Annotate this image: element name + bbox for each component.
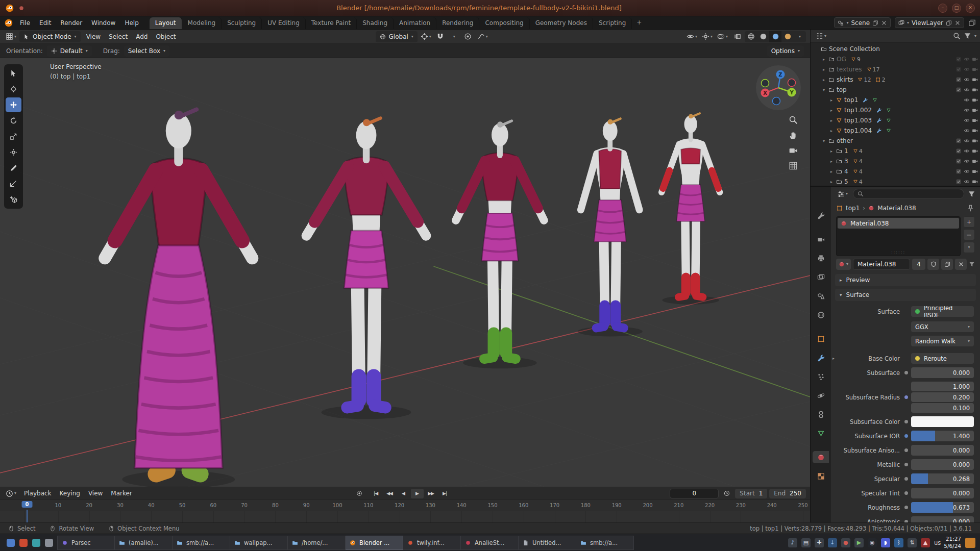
tab-shading[interactable]: Shading (357, 17, 394, 29)
menu-window[interactable]: Window (87, 18, 120, 28)
camera-icon[interactable] (972, 138, 978, 144)
color-swatch[interactable] (911, 416, 974, 427)
properties-tab-object[interactable] (813, 333, 829, 345)
outliner-row-top1-004[interactable]: ▸top1.004 (811, 126, 980, 136)
tab-uv-editing[interactable]: UV Editing (262, 17, 306, 29)
properties-tab-data[interactable] (813, 427, 829, 439)
outliner-row-top1[interactable]: ▸top1 (811, 95, 980, 105)
expand-property-icon[interactable]: ▸ (832, 356, 835, 361)
outliner-row-skirts[interactable]: ▸skirts122 (811, 74, 980, 85)
material-slot-row[interactable]: Material.038 (838, 218, 959, 229)
menu-render[interactable]: Render (56, 18, 87, 28)
transform-tool[interactable] (6, 145, 21, 160)
material-users-button[interactable]: 4 (912, 259, 925, 270)
remove-slot-button[interactable]: − (963, 229, 975, 240)
playhead-line[interactable] (27, 510, 28, 522)
window-titlebar[interactable]: Blender [/home/amalie/Downloads/rpm/femi… (0, 0, 980, 16)
auto-keying-button[interactable] (353, 488, 365, 499)
playhead-frame-badge[interactable]: 0 (22, 501, 33, 508)
properties-tab-physics[interactable] (813, 389, 829, 402)
property-slider[interactable]: 0.000 (911, 367, 974, 378)
timeline-ruler[interactable]: 0102030405060708090100110120130140150160… (0, 499, 810, 511)
viewport-menu-view[interactable]: View (82, 32, 105, 42)
taskbar-window-1[interactable]: (amalie)... (115, 536, 173, 550)
drag-setting-dropdown[interactable]: Select Box ▾ (124, 45, 169, 57)
add-workspace-button[interactable]: + (632, 17, 646, 29)
camera-icon[interactable] (972, 158, 978, 164)
shading-material-button[interactable] (769, 31, 781, 42)
properties-tab-constraints[interactable] (813, 408, 829, 420)
vector-slider-2[interactable]: 0.100 (911, 403, 974, 413)
properties-tab-material[interactable] (813, 451, 829, 463)
xray-toggle-button[interactable] (731, 31, 743, 42)
disclosure-closed-icon[interactable]: ▸ (829, 180, 834, 184)
gizmos-dropdown-button[interactable]: ▾ (700, 31, 714, 42)
gizmo-neg-x-axis[interactable] (788, 79, 796, 87)
clipboard-tray-icon[interactable]: ▤ (801, 538, 811, 547)
outliner-row-other[interactable]: ▾other (811, 136, 980, 146)
properties-tab-world[interactable] (813, 309, 829, 321)
play-reverse-button[interactable]: ◀ (397, 489, 410, 498)
visibility-dropdown-button[interactable]: ▾ (685, 31, 699, 42)
property-slider[interactable]: 0.000 (911, 445, 974, 456)
disclosure-closed-icon[interactable]: ▸ (829, 149, 834, 154)
eye-icon[interactable] (964, 66, 970, 72)
viewlayer-remove-icon[interactable] (954, 20, 961, 26)
menu-file[interactable]: File (15, 18, 35, 28)
scene-copy-icon[interactable] (872, 20, 878, 26)
pan-hand-icon[interactable] (789, 131, 798, 140)
animate-decorator-dot[interactable] (904, 477, 908, 481)
prev-keyframe-button[interactable]: ◀◀ (383, 489, 396, 498)
taskbar-window-5[interactable]: Blender ... (346, 536, 403, 550)
mannequin-figure-3[interactable] (456, 121, 544, 368)
outliner-row-top1-002[interactable]: ▸top1.002 (811, 105, 980, 115)
properties-tab-render[interactable] (813, 233, 829, 245)
current-frame-field[interactable]: 0 (670, 489, 719, 498)
breadcrumb-material[interactable]: Material.038 (877, 205, 916, 212)
outliner-row-top[interactable]: ▾top (811, 85, 980, 95)
duplicate-material-button[interactable] (941, 259, 953, 270)
eye-icon[interactable] (964, 56, 970, 62)
property-dropdown[interactable]: GGX▾ (911, 321, 974, 332)
disclosure-closed-icon[interactable]: ▸ (829, 118, 834, 123)
slot-specials-button[interactable]: ▾ (963, 242, 975, 253)
fake-user-shield-button[interactable] (927, 259, 939, 270)
frame-end-field[interactable]: End 250 (769, 489, 806, 498)
eye-icon[interactable] (964, 168, 970, 174)
outliner-search-icon[interactable] (953, 32, 961, 40)
timeline-menu-view[interactable]: View (84, 489, 107, 498)
bluetooth-tray-icon[interactable]: ᛒ (894, 538, 903, 547)
outliner-row-5[interactable]: ▸54 (811, 177, 980, 186)
gizmo-neg-y-axis[interactable] (762, 80, 769, 87)
properties-search-input[interactable] (853, 189, 964, 199)
checkbox-icon[interactable] (955, 148, 962, 154)
mannequin-figure-2[interactable] (306, 118, 426, 419)
property-slider[interactable]: 0.673 (911, 502, 974, 513)
notifications-corner-icon[interactable] (965, 538, 975, 548)
shading-options-caret[interactable]: ▾ (794, 31, 806, 42)
material-slot-list[interactable]: Material.038 :::::: (836, 216, 961, 256)
outliner-row-top1-003[interactable]: ▸top1.003 (811, 115, 980, 126)
window-menu-icon[interactable] (18, 5, 24, 11)
overlays-dropdown-button[interactable]: ▾ (716, 31, 729, 42)
mannequin-figure-5[interactable] (662, 113, 720, 305)
property-value-button[interactable]: Principled BSDF (911, 306, 974, 317)
checkbox-icon[interactable] (955, 56, 962, 62)
properties-tab-view-layer[interactable] (813, 271, 829, 283)
viewport-menu-object[interactable]: Object (152, 32, 180, 42)
taskbar-window-7[interactable]: AnalieSt... (461, 536, 519, 550)
animate-decorator-dot[interactable] (904, 463, 908, 466)
outliner-filter-caret[interactable]: ▾ (974, 34, 976, 38)
checkbox-icon[interactable] (955, 87, 962, 93)
vector-slider-1[interactable]: 0.200 (911, 392, 974, 402)
app-menu-launcher-icon[interactable] (7, 539, 15, 547)
tab-texture-paint[interactable]: Texture Paint (306, 17, 357, 29)
outliner-row-4[interactable]: ▸44 (811, 166, 980, 177)
surface-panel-header[interactable]: ▾Surface (835, 289, 976, 301)
measure-tool[interactable] (6, 177, 21, 191)
property-slider[interactable]: 0.268 (911, 473, 974, 484)
tab-geometry-nodes[interactable]: Geometry Nodes (530, 17, 593, 29)
ortho-grid-icon[interactable] (789, 161, 798, 170)
property-dropdown[interactable]: Random Walk▾ (911, 336, 974, 346)
add-slot-button[interactable]: ＋ (963, 216, 975, 228)
